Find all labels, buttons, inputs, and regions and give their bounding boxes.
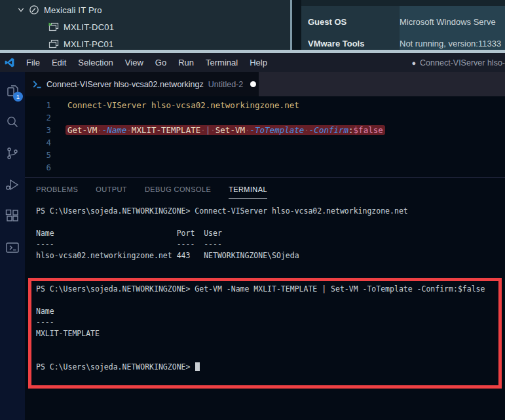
editor-line[interactable]: 1Connect-VIServer hlso-vcsa02.networking… xyxy=(25,99,505,111)
menu-edit[interactable]: Edit xyxy=(46,58,72,67)
terminal-cursor xyxy=(195,362,200,371)
menu-terminal[interactable]: Terminal xyxy=(200,58,244,67)
line-number: 6 xyxy=(25,161,51,174)
vscode-logo-icon xyxy=(4,57,15,68)
selection-highlight: Get-VM·-Name·MXLIT-TEMPLATE·|·Set-VM·-To… xyxy=(65,125,385,135)
terminal-line xyxy=(36,261,485,273)
search-icon[interactable] xyxy=(0,106,25,138)
terminal-line xyxy=(36,351,485,362)
line-number: 2 xyxy=(25,111,51,124)
terminal-line: PS C:\Users\sojeda.NETWORKINGZONE> Get-V… xyxy=(36,284,485,295)
code-text: Connect-VIServer hlso-vcsa02.networkingz… xyxy=(67,99,299,111)
vm-label: MXLIT-PC01 xyxy=(64,39,113,49)
terminal-line xyxy=(36,295,485,306)
run-debug-icon[interactable] xyxy=(0,169,25,200)
terminal-line xyxy=(36,217,485,228)
tree-node-vm[interactable]: MXLIT-DC01 xyxy=(48,20,114,34)
explorer-badge: 1 xyxy=(13,92,23,102)
vsphere-panel-gap xyxy=(292,0,301,50)
terminal-output[interactable]: PS C:\Users\sojeda.NETWORKINGZONE> Conne… xyxy=(36,206,485,373)
vm-summary-panel: Guest OSMicrosoft Windows ServeVMware To… xyxy=(301,0,505,50)
summary-row: Guest OSMicrosoft Windows Serve xyxy=(308,17,505,30)
activity-bar: 1 xyxy=(0,72,25,420)
powershell-file-icon xyxy=(32,80,42,88)
tab-connect-viserver[interactable]: Connect-VIServer hlso-vcsa02.networkingz… xyxy=(25,72,259,96)
terminal-line: hlso-vcsa02.networkingzone.net 443 NETWO… xyxy=(36,250,485,261)
explorer-icon[interactable]: 1 xyxy=(0,75,25,106)
terminal-line: ---- ---- ---- xyxy=(36,239,485,250)
window-title-text: Connect-VIServer hlso- xyxy=(420,58,505,67)
chevron-down-icon[interactable] xyxy=(17,6,25,14)
panel-tab-terminal[interactable]: TERMINAL xyxy=(229,181,267,199)
panel-tab-output[interactable]: OUTPUT xyxy=(96,181,127,199)
vscode-menubar: FileEditSelectionViewGoRunTerminalHelp ●… xyxy=(0,53,505,72)
code-editor[interactable]: 1Connect-VIServer hlso-vcsa02.networking… xyxy=(25,96,505,177)
line-number: 5 xyxy=(25,149,51,161)
panel-tab-bar: PROBLEMSOUTPUTDEBUG CONSOLETERMINAL xyxy=(36,181,267,199)
terminal-line xyxy=(36,273,485,284)
tree-root-label: Mexicali IT Pro xyxy=(44,5,102,15)
tree-node-vm[interactable]: MXLIT-PC01 xyxy=(48,37,113,51)
menu-selection[interactable]: Selection xyxy=(72,58,119,67)
terminal-line: MXLIT-TEMPLATE xyxy=(36,328,485,339)
vsphere-panel: Mexicali IT Pro MXLIT-DC01MXLIT-PC01 Gue… xyxy=(0,0,505,50)
vsphere-inventory-tree: Mexicali IT Pro MXLIT-DC01MXLIT-PC01 xyxy=(0,0,290,50)
terminal-line: Name Port User xyxy=(36,228,485,239)
editor-line[interactable]: 6 xyxy=(25,161,505,174)
host-icon xyxy=(29,5,39,15)
editor-line[interactable]: 2 xyxy=(25,111,505,124)
extensions-icon[interactable] xyxy=(0,200,25,232)
vm-icon xyxy=(48,39,59,48)
menu-file[interactable]: File xyxy=(20,58,46,67)
panel-tab-debug-console[interactable]: DEBUG CONSOLE xyxy=(145,181,211,199)
panel-tab-problems[interactable]: PROBLEMS xyxy=(36,181,78,199)
vm-label: MXLIT-DC01 xyxy=(64,22,114,32)
terminal-line: ---- xyxy=(36,317,485,328)
editor-line[interactable]: 5 xyxy=(25,149,505,161)
powershell-icon[interactable] xyxy=(0,232,25,263)
window-title: ● Connect-VIServer hlso- xyxy=(411,53,505,72)
tree-node-root[interactable]: Mexicali IT Pro xyxy=(17,3,102,17)
terminal-line xyxy=(36,339,485,351)
editor-tab-strip: Connect-VIServer hlso-vcsa02.networkingz… xyxy=(25,72,505,96)
editor-line[interactable]: 3Get-VM·-Name·MXLIT-TEMPLATE·|·Set-VM·-T… xyxy=(25,124,505,136)
editor-line[interactable]: 4 xyxy=(25,136,505,149)
summary-top-band xyxy=(301,0,505,6)
code-text: Get-VM·-Name·MXLIT-TEMPLATE·|·Set-VM·-To… xyxy=(67,124,385,136)
menu-go[interactable]: Go xyxy=(149,58,172,67)
menu-help[interactable]: Help xyxy=(244,58,273,67)
summary-label: Guest OS xyxy=(308,17,400,30)
line-number: 4 xyxy=(25,136,51,149)
source-control-icon[interactable] xyxy=(0,138,25,169)
terminal-line: Name xyxy=(36,306,485,317)
terminal-line: PS C:\Users\sojeda.NETWORKINGZONE> Conne… xyxy=(36,206,485,217)
summary-label: VMware Tools xyxy=(308,39,400,50)
window-dirty-dot: ● xyxy=(411,59,416,67)
summary-value: Microsoft Windows Serve xyxy=(400,17,496,30)
line-number: 1 xyxy=(25,99,51,111)
tab-title: Connect-VIServer hlso-vcsa02.networkingz xyxy=(47,80,204,89)
summary-row: VMware ToolsNot running, version:11333 xyxy=(308,39,505,50)
unsaved-dot-icon[interactable] xyxy=(250,81,256,87)
line-number: 3 xyxy=(25,124,51,136)
menu-run[interactable]: Run xyxy=(172,58,200,67)
screen: Mexicali IT Pro MXLIT-DC01MXLIT-PC01 Gue… xyxy=(0,0,505,420)
editor-panel-divider xyxy=(25,177,505,178)
menu-view[interactable]: View xyxy=(119,58,149,67)
terminal-line: PS C:\Users\sojeda.NETWORKINGZONE> xyxy=(36,362,485,373)
vm-icon xyxy=(48,22,59,31)
summary-value: Not running, version:11333 xyxy=(400,39,501,50)
tab-secondary-label: Untitled-2 xyxy=(208,80,244,89)
